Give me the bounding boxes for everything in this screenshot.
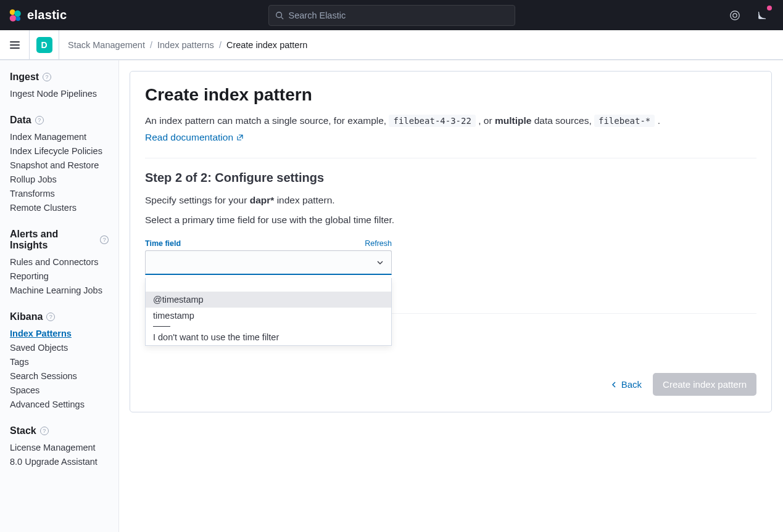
form-label-row: Time field Refresh xyxy=(145,239,392,248)
time-field-label: Time field xyxy=(145,239,181,248)
help-icon[interactable]: ? xyxy=(100,235,109,244)
sidebar-item-remote-clusters[interactable]: Remote Clusters xyxy=(10,203,109,213)
page-title: Create index pattern xyxy=(145,85,756,105)
intro-seg: data sources, xyxy=(531,115,594,126)
sidebar-item-ml-jobs[interactable]: Machine Learning Jobs xyxy=(10,285,109,295)
global-search xyxy=(268,5,515,26)
sidebar-item-reporting[interactable]: Reporting xyxy=(10,271,109,281)
main-content: Create index pattern An index pattern ca… xyxy=(119,60,783,532)
intro-bold: multiple xyxy=(495,115,531,126)
notification-dot xyxy=(767,6,772,10)
doc-link-label: Read documentation xyxy=(145,132,233,143)
brand-name: elastic xyxy=(27,8,67,22)
header-actions xyxy=(727,8,776,23)
svg-point-6 xyxy=(731,10,739,19)
sidebar-item-license[interactable]: License Management xyxy=(10,443,109,452)
sidebar-item-transforms[interactable]: Transforms xyxy=(10,189,109,198)
content-panel: Create index pattern An index pattern ca… xyxy=(130,71,772,412)
help-icon[interactable]: ? xyxy=(35,116,44,125)
space-badge: D xyxy=(36,37,52,53)
sub-header-left: D Stack Management / Index patterns / Cr… xyxy=(0,30,307,59)
dropdown-divider xyxy=(153,326,170,327)
sidebar-heading-label: Ingest xyxy=(10,72,39,83)
breadcrumb-separator: / xyxy=(219,40,222,50)
external-link-icon xyxy=(236,134,244,141)
sidebar-heading-label: Data xyxy=(10,115,31,126)
sidebar-item-rules-connectors[interactable]: Rules and Connectors xyxy=(10,257,109,267)
sidebar-heading-label: Kibana xyxy=(10,311,43,322)
svg-point-4 xyxy=(276,12,281,17)
text-seg: index pattern. xyxy=(274,195,334,205)
intro-text: An index pattern can match a single sour… xyxy=(145,113,756,128)
brand-logo[interactable]: elastic xyxy=(7,8,67,23)
elastic-logo-icon xyxy=(7,8,22,23)
help-icon[interactable]: ? xyxy=(40,427,49,435)
text-seg: Specify settings for your xyxy=(145,195,250,205)
sidebar: Ingest ? Ingest Node Pipelines Data ? In… xyxy=(0,60,119,532)
sidebar-item-saved-objects[interactable]: Saved Objects xyxy=(10,343,109,353)
sidebar-item-spaces[interactable]: Spaces xyxy=(10,385,109,395)
intro-code: filebeat-4-3-22 xyxy=(389,115,475,127)
svg-point-7 xyxy=(733,13,737,17)
sidebar-section-ingest: Ingest ? Ingest Node Pipelines xyxy=(10,72,109,99)
sidebar-heading: Kibana ? xyxy=(10,311,109,322)
intro-seg: , or xyxy=(478,115,495,126)
sidebar-item-rollup-jobs[interactable]: Rollup Jobs xyxy=(10,174,109,184)
breadcrumb-separator: / xyxy=(150,40,152,50)
sidebar-item-tags[interactable]: Tags xyxy=(10,357,109,367)
intro-seg: An index pattern can match a single sour… xyxy=(145,115,389,126)
dropdown-option-no-time[interactable]: I don't want to use the time filter xyxy=(146,329,391,345)
pattern-name: dapr* xyxy=(250,195,275,205)
help-icon[interactable]: ? xyxy=(46,313,55,321)
svg-point-2 xyxy=(10,15,17,22)
refresh-link[interactable]: Refresh xyxy=(365,239,392,248)
chevron-left-icon xyxy=(611,382,618,388)
sidebar-item-advanced-settings[interactable]: Advanced Settings xyxy=(10,399,109,409)
sidebar-item-snapshot-restore[interactable]: Snapshot and Restore xyxy=(10,160,109,170)
sidebar-item-index-patterns[interactable]: Index Patterns xyxy=(10,329,109,338)
sidebar-section-data: Data ? Index Management Index Lifecycle … xyxy=(10,115,109,213)
dropdown-option[interactable]: timestamp xyxy=(146,308,391,324)
sub-header: D Stack Management / Index patterns / Cr… xyxy=(0,30,783,60)
select-desc: Select a primary time field for use with… xyxy=(145,215,756,226)
help-icon[interactable]: ? xyxy=(43,73,51,81)
breadcrumb-item-current: Create index pattern xyxy=(226,40,307,50)
back-button[interactable]: Back xyxy=(611,379,642,390)
space-selector[interactable]: D xyxy=(30,30,59,59)
nav-toggle-button[interactable] xyxy=(0,30,30,59)
body: Ingest ? Ingest Node Pipelines Data ? In… xyxy=(0,60,783,532)
sidebar-item-search-sessions[interactable]: Search Sessions xyxy=(10,371,109,381)
time-field-select[interactable] xyxy=(145,250,392,275)
newsfeed-icon[interactable] xyxy=(755,8,769,23)
sidebar-item-upgrade-assistant[interactable]: 8.0 Upgrade Assistant xyxy=(10,457,109,467)
sidebar-heading: Stack ? xyxy=(10,425,109,436)
sidebar-heading: Alerts and Insights ? xyxy=(10,229,109,251)
intro-code: filebeat-* xyxy=(594,115,655,127)
svg-point-1 xyxy=(14,10,21,17)
sidebar-heading: Data ? xyxy=(10,115,109,126)
sidebar-item-index-management[interactable]: Index Management xyxy=(10,132,109,142)
breadcrumb-item[interactable]: Stack Management xyxy=(68,40,145,50)
svg-point-8 xyxy=(758,17,760,19)
search-icon xyxy=(275,11,284,20)
sidebar-section-alerts: Alerts and Insights ? Rules and Connecto… xyxy=(10,229,109,295)
sidebar-heading: Ingest ? xyxy=(10,72,109,83)
divider xyxy=(145,158,756,158)
sidebar-item-ingest-pipelines[interactable]: Ingest Node Pipelines xyxy=(10,89,109,99)
sidebar-item-ilm[interactable]: Index Lifecycle Policies xyxy=(10,146,109,156)
chevron-down-icon xyxy=(376,259,384,266)
svg-point-3 xyxy=(16,16,21,21)
hamburger-icon xyxy=(10,41,20,49)
sidebar-section-stack: Stack ? License Management 8.0 Upgrade A… xyxy=(10,425,109,467)
dropdown-option[interactable]: @timestamp xyxy=(146,292,391,308)
dropdown-spacer xyxy=(146,278,391,292)
documentation-link[interactable]: Read documentation xyxy=(145,132,244,143)
help-icon[interactable] xyxy=(727,8,742,23)
global-header: elastic xyxy=(0,0,783,30)
time-field-dropdown: @timestamp timestamp I don't want to use… xyxy=(145,278,392,346)
svg-line-5 xyxy=(281,17,283,19)
breadcrumb-item[interactable]: Index patterns xyxy=(157,40,214,50)
create-index-pattern-button[interactable]: Create index pattern xyxy=(653,373,756,396)
search-input[interactable] xyxy=(289,10,508,20)
search-box[interactable] xyxy=(268,5,515,26)
